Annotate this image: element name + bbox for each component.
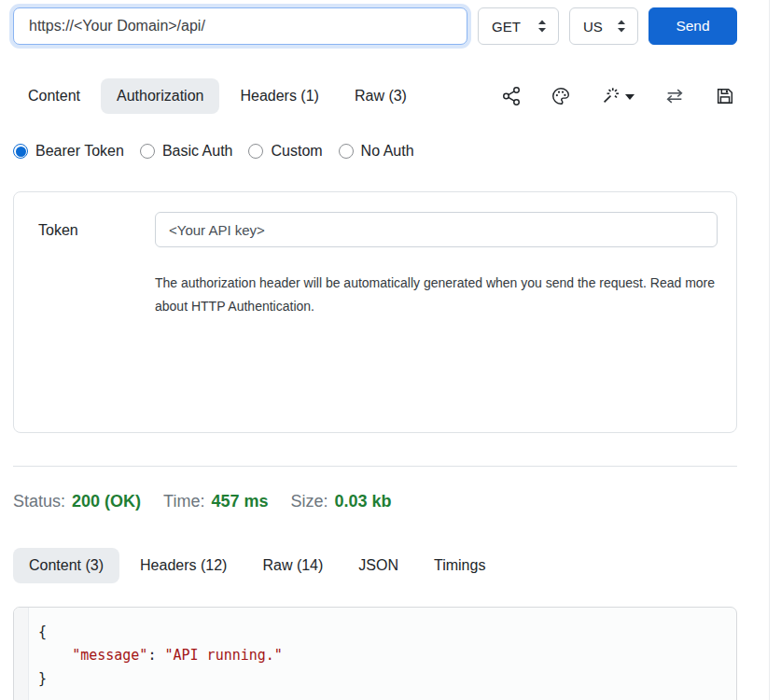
magic-wand-icon[interactable] [600, 86, 635, 106]
token-input[interactable] [155, 212, 718, 247]
json-line: } [38, 667, 727, 691]
auth-options: Bearer Token Basic Auth Custom No Auth [13, 141, 737, 161]
response-tabs-row: Content (3) Headers (12) Raw (14) JSON T… [13, 547, 737, 583]
auth-option-basic-auth[interactable]: Basic Auth [140, 143, 233, 160]
token-help-line1: The authorization header will be automat… [155, 272, 718, 295]
json-key: "message" [72, 647, 147, 664]
auth-option-label: Bearer Token [35, 143, 124, 160]
json-line: "message": "API running." [38, 644, 727, 667]
response-status-bar: Status: 200 (OK) Time: 457 ms Size: 0.03… [13, 489, 737, 514]
auth-option-custom[interactable]: Custom [248, 143, 322, 160]
json-value: "API running." [164, 647, 282, 664]
json-line: { [38, 621, 727, 644]
auth-option-no-auth[interactable]: No Auth [339, 143, 414, 160]
status-value: 200 (OK) [72, 492, 141, 511]
auth-option-bearer-token[interactable]: Bearer Token [13, 143, 124, 160]
tab-raw[interactable]: Raw (3) [340, 78, 422, 114]
size-label: Size: [290, 492, 328, 511]
time-label: Time: [163, 492, 204, 511]
time-value: 457 ms [211, 492, 268, 511]
section-divider [13, 466, 737, 467]
radio-checked-icon[interactable] [13, 144, 28, 159]
token-help-text: The authorization header will be automat… [155, 272, 718, 318]
tab-headers[interactable]: Headers (1) [225, 78, 333, 114]
select-updown-icon [537, 20, 547, 33]
radio-icon[interactable] [140, 144, 155, 159]
region-select[interactable]: US [569, 7, 638, 45]
chevron-down-icon [625, 94, 635, 100]
token-panel: Token The authorization header will be a… [13, 191, 737, 433]
auth-option-label: Basic Auth [162, 143, 233, 160]
auth-option-label: No Auth [361, 143, 414, 160]
status-label: Status: [13, 492, 65, 511]
radio-icon[interactable] [339, 144, 354, 159]
radio-icon[interactable] [248, 144, 263, 159]
select-updown-icon [617, 20, 626, 33]
share-icon[interactable] [501, 86, 522, 106]
palette-icon[interactable] [551, 86, 571, 106]
api-tester-app: GET US Send Content Authorization Header… [0, 0, 781, 700]
region-select-value: US [583, 19, 603, 35]
tab-content[interactable]: Content [13, 78, 95, 114]
response-json: { "message": "API running." } [29, 608, 736, 700]
tab-authorization[interactable]: Authorization [101, 78, 219, 114]
method-select-value: GET [492, 19, 521, 35]
url-input[interactable] [13, 7, 467, 45]
token-label: Token [33, 212, 155, 318]
right-column-divider [769, 0, 770, 700]
request-tabs-row: Content Authorization Headers (1) Raw (3… [13, 77, 737, 114]
send-button[interactable]: Send [649, 7, 737, 45]
response-tab-content[interactable]: Content (3) [13, 548, 119, 583]
response-tab-raw[interactable]: Raw (14) [247, 548, 338, 583]
method-select[interactable]: GET [478, 7, 559, 45]
request-bar: GET US Send [13, 0, 737, 45]
save-icon[interactable] [715, 86, 735, 106]
size-value: 0.03 kb [335, 492, 392, 511]
auth-option-label: Custom [271, 143, 322, 160]
response-body-panel: { "message": "API running." } [13, 607, 737, 700]
token-help-line2: about HTTP Authentication. [155, 295, 718, 318]
response-tab-timings[interactable]: Timings [419, 548, 500, 583]
response-tab-json[interactable]: JSON [343, 548, 413, 583]
toolbar [501, 86, 737, 106]
response-tab-headers[interactable]: Headers (12) [125, 548, 242, 583]
code-gutter [14, 608, 29, 700]
swap-arrows-icon[interactable] [663, 86, 686, 106]
